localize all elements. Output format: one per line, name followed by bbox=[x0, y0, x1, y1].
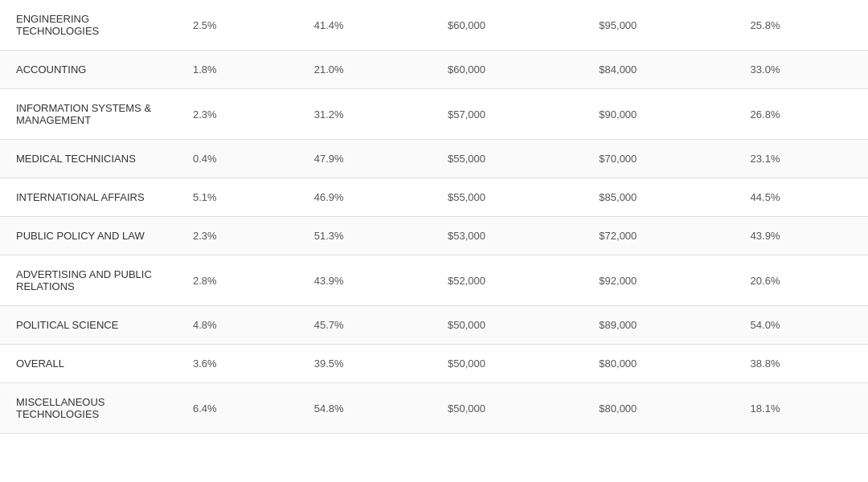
main-container: ENGINEERING TECHNOLOGIES2.5%41.4%$60,000… bbox=[0, 0, 868, 482]
p75-cell: $80,000 bbox=[583, 383, 734, 434]
women-cell: 21.0% bbox=[298, 51, 432, 89]
employed-services-cell: 38.8% bbox=[735, 345, 868, 383]
employed-services-cell: 54.0% bbox=[735, 306, 868, 345]
p75-cell: $80,000 bbox=[583, 345, 734, 383]
employed-services-cell: 43.9% bbox=[735, 217, 868, 255]
table-row: INFORMATION SYSTEMS & MANAGEMENT2.3%31.2… bbox=[0, 89, 868, 140]
table-row: ADVERTISING AND PUBLIC RELATIONS2.8%43.9… bbox=[0, 255, 868, 306]
p75-cell: $89,000 bbox=[583, 306, 734, 345]
table-row: OVERALL3.6%39.5%$50,000$80,00038.8% bbox=[0, 345, 868, 383]
p75-cell: $90,000 bbox=[583, 89, 734, 140]
table-row: ENGINEERING TECHNOLOGIES2.5%41.4%$60,000… bbox=[0, 0, 868, 51]
unemployment-cell: 3.6% bbox=[177, 345, 298, 383]
unemployment-cell: 2.8% bbox=[177, 255, 298, 306]
major-cell: ADVERTISING AND PUBLIC RELATIONS bbox=[0, 255, 177, 306]
major-cell: INTERNATIONAL AFFAIRS bbox=[0, 178, 177, 217]
median-cell: $55,000 bbox=[432, 140, 583, 178]
major-cell: PUBLIC POLICY AND LAW bbox=[0, 217, 177, 255]
women-cell: 47.9% bbox=[298, 140, 432, 178]
women-cell: 39.5% bbox=[298, 345, 432, 383]
women-cell: 45.7% bbox=[298, 306, 432, 345]
major-cell: ACCOUNTING bbox=[0, 51, 177, 89]
table-row: ACCOUNTING1.8%21.0%$60,000$84,00033.0% bbox=[0, 51, 868, 89]
p75-cell: $95,000 bbox=[583, 0, 734, 51]
unemployment-cell: 5.1% bbox=[177, 178, 298, 217]
table-row: MISCELLANEOUS TECHNOLOGIES6.4%54.8%$50,0… bbox=[0, 383, 868, 434]
median-cell: $55,000 bbox=[432, 178, 583, 217]
women-cell: 31.2% bbox=[298, 89, 432, 140]
employed-services-cell: 20.6% bbox=[735, 255, 868, 306]
table-row: INTERNATIONAL AFFAIRS5.1%46.9%$55,000$85… bbox=[0, 178, 868, 217]
unemployment-cell: 2.3% bbox=[177, 217, 298, 255]
p75-cell: $70,000 bbox=[583, 140, 734, 178]
unemployment-cell: 6.4% bbox=[177, 383, 298, 434]
unemployment-cell: 2.5% bbox=[177, 0, 298, 51]
women-cell: 51.3% bbox=[298, 217, 432, 255]
women-cell: 43.9% bbox=[298, 255, 432, 306]
median-cell: $50,000 bbox=[432, 306, 583, 345]
major-cell: POLITICAL SCIENCE bbox=[0, 306, 177, 345]
median-cell: $57,000 bbox=[432, 89, 583, 140]
p75-cell: $85,000 bbox=[583, 178, 734, 217]
major-cell: MEDICAL TECHNICIANS bbox=[0, 140, 177, 178]
women-cell: 54.8% bbox=[298, 383, 432, 434]
employed-services-cell: 23.1% bbox=[735, 140, 868, 178]
p75-cell: $84,000 bbox=[583, 51, 734, 89]
table-row: PUBLIC POLICY AND LAW2.3%51.3%$53,000$72… bbox=[0, 217, 868, 255]
major-cell: MISCELLANEOUS TECHNOLOGIES bbox=[0, 383, 177, 434]
unemployment-cell: 1.8% bbox=[177, 51, 298, 89]
unemployment-cell: 4.8% bbox=[177, 306, 298, 345]
employed-services-cell: 18.1% bbox=[735, 383, 868, 434]
unemployment-cell: 0.4% bbox=[177, 140, 298, 178]
women-cell: 46.9% bbox=[298, 178, 432, 217]
women-cell: 41.4% bbox=[298, 0, 432, 51]
median-cell: $50,000 bbox=[432, 345, 583, 383]
table-row: POLITICAL SCIENCE4.8%45.7%$50,000$89,000… bbox=[0, 306, 868, 345]
median-cell: $52,000 bbox=[432, 255, 583, 306]
data-table: ENGINEERING TECHNOLOGIES2.5%41.4%$60,000… bbox=[0, 0, 868, 434]
median-cell: $60,000 bbox=[432, 0, 583, 51]
employed-services-cell: 44.5% bbox=[735, 178, 868, 217]
major-cell: ENGINEERING TECHNOLOGIES bbox=[0, 0, 177, 51]
median-cell: $53,000 bbox=[432, 217, 583, 255]
median-cell: $50,000 bbox=[432, 383, 583, 434]
employed-services-cell: 25.8% bbox=[735, 0, 868, 51]
employed-services-cell: 33.0% bbox=[735, 51, 868, 89]
p75-cell: $72,000 bbox=[583, 217, 734, 255]
employed-services-cell: 26.8% bbox=[735, 89, 868, 140]
major-cell: INFORMATION SYSTEMS & MANAGEMENT bbox=[0, 89, 177, 140]
p75-cell: $92,000 bbox=[583, 255, 734, 306]
table-row: MEDICAL TECHNICIANS0.4%47.9%$55,000$70,0… bbox=[0, 140, 868, 178]
unemployment-cell: 2.3% bbox=[177, 89, 298, 140]
median-cell: $60,000 bbox=[432, 51, 583, 89]
major-cell: OVERALL bbox=[0, 345, 177, 383]
